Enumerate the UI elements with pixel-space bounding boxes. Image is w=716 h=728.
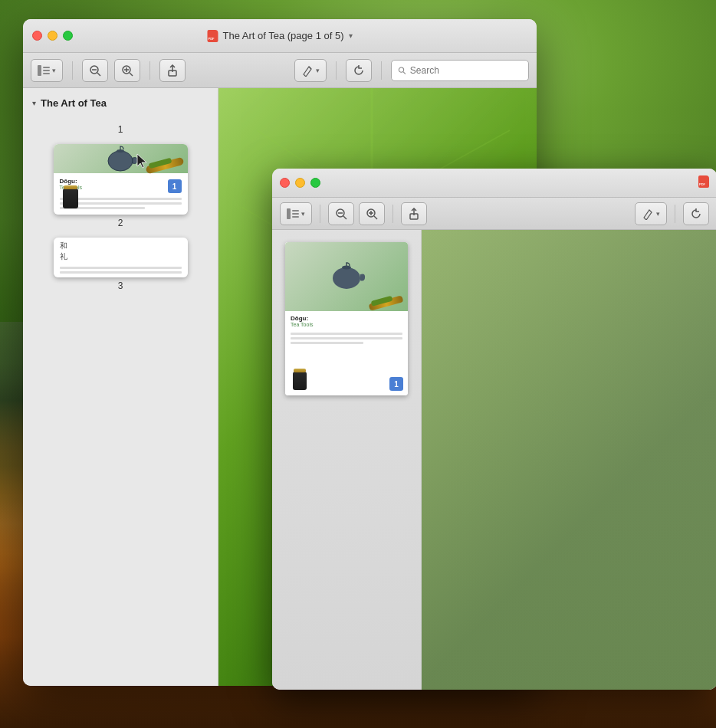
svg-rect-1 xyxy=(43,67,50,68)
dogu-top-image xyxy=(54,144,188,173)
annotate-dropdown: ▾ xyxy=(316,67,320,74)
main-title-bar: The Art of Tea (page 1 of 5) ▾ xyxy=(23,19,537,53)
spoon-shape xyxy=(145,157,184,175)
s-line-1 xyxy=(291,333,402,335)
page-thumb-wrapper-3[interactable]: Japanese Tea Ceremony 和礼 xyxy=(54,238,188,277)
svg-rect-36 xyxy=(292,216,299,218)
second-content-area: Dōgu: Tea Tools 1 xyxy=(272,230,716,690)
sidebar-pages: The Artof Tea Japanese Tea Ceremony 1 xyxy=(23,115,218,297)
second-pdf-file-icon xyxy=(698,175,709,188)
page-thumbnail-1[interactable]: The Artof Tea Japanese Tea Ceremony 1 xyxy=(54,121,188,135)
second-zoom-out-button[interactable] xyxy=(328,202,354,225)
second-dogu-title: Dōgu: xyxy=(291,315,402,322)
second-maximize-button[interactable] xyxy=(310,178,320,188)
page-thumbnail-2[interactable]: Dōgu: Tea Tools xyxy=(54,144,188,228)
share-button[interactable] xyxy=(159,59,186,82)
thumb-japanese-page: Japanese Tea Ceremony 和礼 xyxy=(54,238,188,277)
japanese-content-lines xyxy=(54,265,188,277)
zoom-in-button[interactable] xyxy=(114,59,140,82)
second-page-overlay xyxy=(422,230,716,690)
svg-line-15 xyxy=(403,71,406,74)
minimize-button[interactable] xyxy=(48,31,57,41)
second-close-button[interactable] xyxy=(280,178,290,188)
second-rotate-button[interactable] xyxy=(683,202,709,225)
main-sidebar: ▾ The Art of Tea The Artof Tea xyxy=(23,88,218,686)
annotate-button[interactable]: ▾ xyxy=(294,59,327,82)
japanese-chars: 和礼 xyxy=(54,238,188,265)
second-pdf-icon-area xyxy=(698,175,709,191)
second-spoon-shape xyxy=(369,295,404,310)
sidebar-dropdown-chevron: ▾ xyxy=(52,67,56,74)
second-minimize-button[interactable] xyxy=(295,178,305,188)
toolbar-sep-3 xyxy=(336,61,337,80)
sidebar-icon xyxy=(38,65,50,76)
second-pdf-window: ▾ xyxy=(272,169,716,690)
second-bookmark-badge: 1 xyxy=(389,377,403,391)
svg-point-17 xyxy=(117,149,124,152)
pdf-file-icon xyxy=(207,30,218,42)
window-title: The Art of Tea (page 1 of 5) xyxy=(222,30,343,41)
second-zoom-out-icon xyxy=(335,208,347,220)
window-title-center: The Art of Tea (page 1 of 5) ▾ xyxy=(207,30,352,42)
second-annotate-button[interactable]: ▾ xyxy=(635,202,667,225)
second-toolbar: ▾ xyxy=(272,198,716,230)
second-rotate-icon xyxy=(690,208,702,220)
second-sep-3 xyxy=(675,205,675,223)
matcha-powder xyxy=(148,158,172,169)
pen-icon xyxy=(301,64,314,77)
tea-jar-lid xyxy=(64,185,77,189)
dogu-teapot-icon xyxy=(103,144,138,173)
second-bookmark-number: 1 xyxy=(394,380,399,389)
second-jar-lid xyxy=(294,369,306,372)
page-number-1: 1 xyxy=(54,124,188,135)
second-pen-dropdown: ▾ xyxy=(656,210,660,218)
second-page-thumbnail[interactable]: Dōgu: Tea Tools 1 xyxy=(285,242,408,395)
thumb-dogu-page: Dōgu: Tea Tools xyxy=(54,144,188,215)
second-sidebar-icon xyxy=(287,208,299,219)
svg-point-47 xyxy=(342,265,351,269)
j-content-line-1 xyxy=(60,267,182,269)
title-dropdown-chevron[interactable]: ▾ xyxy=(349,31,353,40)
second-dogu-top xyxy=(285,242,408,311)
page-thumbnail-3[interactable]: Japanese Tea Ceremony 和礼 xyxy=(54,238,188,291)
toolbar-sep-1 xyxy=(72,61,73,80)
second-title-bar xyxy=(272,169,716,198)
bookmark-number: 1 xyxy=(172,182,177,191)
dogu-title-text: Dōgu: xyxy=(60,178,182,185)
second-sidebar: Dōgu: Tea Tools 1 xyxy=(272,230,422,690)
second-matcha xyxy=(371,296,393,307)
svg-rect-34 xyxy=(292,210,299,212)
sidebar-toggle-button[interactable]: ▾ xyxy=(31,59,63,82)
search-box[interactable] xyxy=(391,60,529,81)
second-window-controls xyxy=(280,178,320,188)
second-zoom-in-icon xyxy=(366,208,378,220)
second-sidebar-toggle[interactable]: ▾ xyxy=(280,202,312,225)
zoom-out-button[interactable] xyxy=(82,59,108,82)
second-pen-icon xyxy=(642,208,654,220)
svg-line-13 xyxy=(309,67,311,69)
search-icon xyxy=(398,66,406,75)
page-thumb-wrapper-2[interactable]: Dōgu: Tea Tools xyxy=(54,144,188,215)
dogu-spoon-area xyxy=(146,162,184,169)
zoom-in-icon xyxy=(121,64,133,77)
sidebar-header[interactable]: ▾ The Art of Tea xyxy=(23,94,218,115)
cursor-indicator xyxy=(136,152,149,172)
svg-rect-0 xyxy=(38,65,41,76)
rotate-icon xyxy=(353,64,365,77)
maximize-button[interactable] xyxy=(63,31,73,41)
rotate-button[interactable] xyxy=(346,59,372,82)
svg-point-16 xyxy=(108,151,133,171)
second-dogu-subtitle: Tea Tools xyxy=(291,322,402,327)
second-share-button[interactable] xyxy=(401,202,427,225)
svg-line-43 xyxy=(374,216,377,219)
svg-rect-3 xyxy=(43,73,50,74)
share-icon xyxy=(166,64,179,77)
search-input[interactable] xyxy=(410,65,522,76)
second-zoom-in-button[interactable] xyxy=(359,202,385,225)
close-button[interactable] xyxy=(32,31,42,41)
j-content-line-2 xyxy=(60,271,182,274)
page-number-2: 2 xyxy=(54,218,188,228)
svg-line-39 xyxy=(343,216,347,219)
svg-line-6 xyxy=(97,73,100,76)
second-sep-2 xyxy=(392,205,393,223)
